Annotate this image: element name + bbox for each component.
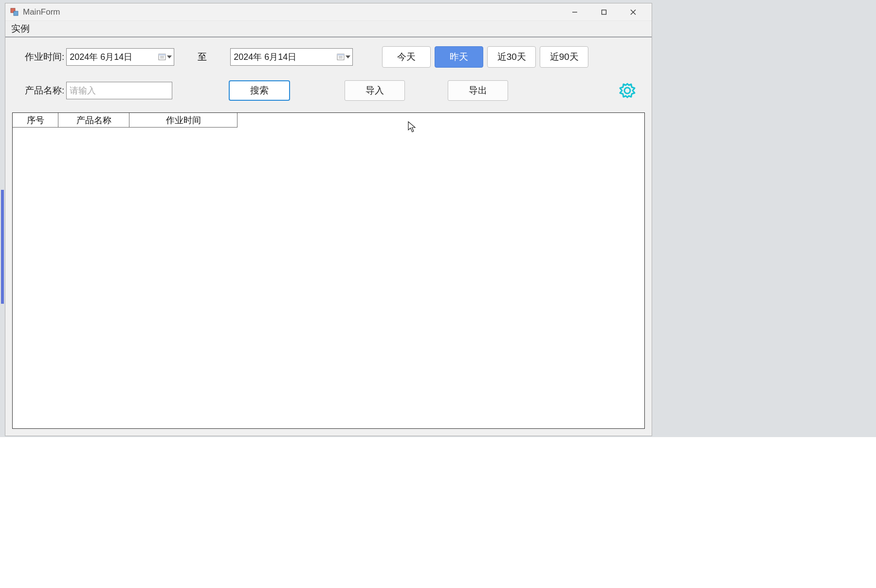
product-filter-row: 产品名称: 搜索 导入 导出 bbox=[12, 80, 645, 101]
gear-icon bbox=[619, 82, 636, 99]
calendar-icon bbox=[337, 53, 345, 61]
titlebar[interactable]: MainForm bbox=[5, 3, 652, 21]
svg-marker-10 bbox=[167, 55, 172, 58]
maximize-button[interactable] bbox=[589, 5, 619, 19]
svg-marker-15 bbox=[346, 55, 350, 58]
date-start-dropdown[interactable] bbox=[158, 53, 172, 61]
svg-rect-3 bbox=[602, 10, 606, 14]
date-filter-row: 作业时间: 2024年 6月14日 至 2024年 6月14 bbox=[12, 46, 645, 68]
chevron-down-icon bbox=[346, 55, 350, 58]
content-area: 作业时间: 2024年 6月14日 至 2024年 6月14 bbox=[5, 37, 652, 436]
last30-button[interactable]: 近30天 bbox=[487, 46, 536, 68]
menubar: 实例 bbox=[5, 21, 652, 37]
svg-point-16 bbox=[624, 88, 630, 93]
background-strip bbox=[0, 437, 876, 588]
date-start-picker[interactable]: 2024年 6月14日 bbox=[66, 48, 174, 66]
chevron-down-icon bbox=[167, 55, 172, 58]
svg-rect-1 bbox=[14, 11, 18, 16]
background-accent bbox=[1, 190, 4, 304]
menu-instance[interactable]: 实例 bbox=[5, 19, 36, 38]
window-title: MainForm bbox=[23, 7, 60, 17]
quick-date-group: 今天 昨天 近30天 近90天 bbox=[382, 46, 588, 68]
date-label: 作业时间: bbox=[25, 51, 64, 63]
last90-button[interactable]: 近90天 bbox=[540, 46, 588, 68]
main-window: MainForm 实例 作业时间: 2024年 6月14日 bbox=[5, 3, 652, 436]
date-end-dropdown[interactable] bbox=[337, 53, 350, 61]
product-name-input[interactable] bbox=[66, 82, 172, 99]
date-end-value: 2024年 6月14日 bbox=[234, 51, 337, 63]
table-header-row: 序号 产品名称 作业时间 bbox=[13, 113, 644, 128]
today-button[interactable]: 今天 bbox=[382, 46, 431, 68]
svg-rect-7 bbox=[159, 54, 165, 55]
calendar-icon bbox=[158, 53, 166, 61]
import-button[interactable]: 导入 bbox=[345, 80, 405, 101]
to-label: 至 bbox=[198, 51, 207, 63]
search-button[interactable]: 搜索 bbox=[229, 80, 290, 101]
app-icon bbox=[10, 8, 19, 17]
col-index[interactable]: 序号 bbox=[13, 113, 58, 128]
product-label: 产品名称: bbox=[25, 84, 64, 97]
export-button[interactable]: 导出 bbox=[448, 80, 508, 101]
date-start-value: 2024年 6月14日 bbox=[70, 51, 158, 63]
yesterday-button[interactable]: 昨天 bbox=[435, 46, 483, 68]
col-work-time[interactable]: 作业时间 bbox=[129, 113, 237, 128]
minimize-button[interactable] bbox=[560, 5, 589, 19]
col-product-name[interactable]: 产品名称 bbox=[58, 113, 129, 128]
svg-rect-12 bbox=[337, 54, 344, 55]
close-button[interactable] bbox=[619, 5, 648, 19]
settings-button[interactable] bbox=[619, 82, 636, 99]
date-end-picker[interactable]: 2024年 6月14日 bbox=[230, 48, 353, 66]
results-table[interactable]: 序号 产品名称 作业时间 bbox=[12, 112, 645, 429]
